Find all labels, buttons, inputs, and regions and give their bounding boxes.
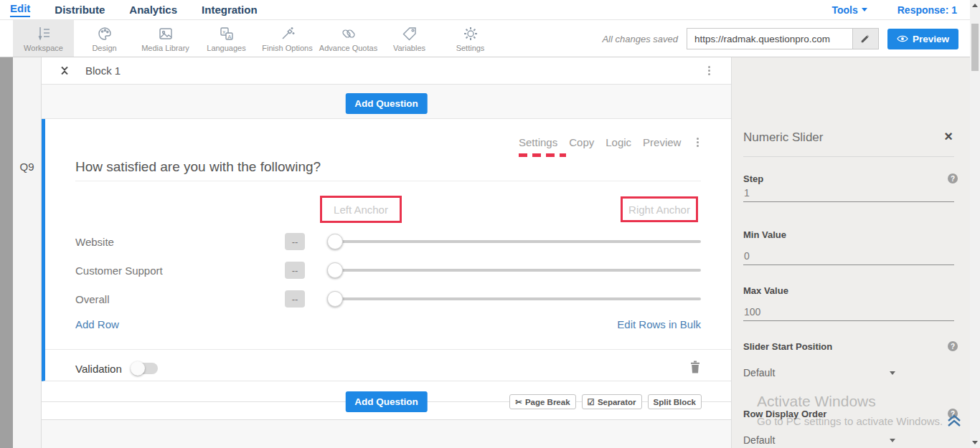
toolbar-item-advance-quotas[interactable]: Advance Quotas	[318, 20, 379, 57]
row-actions: Add Row Edit Rows in Bulk	[75, 318, 701, 330]
delete-question-icon[interactable]	[689, 361, 701, 376]
toolbar-item-languages[interactable]: Ax Languages	[196, 20, 257, 57]
edit-rows-in-bulk-link[interactable]: Edit Rows in Bulk	[617, 318, 701, 330]
max-value-input[interactable]	[743, 306, 954, 321]
left-edge-strip	[0, 57, 13, 448]
row-label[interactable]: Website	[75, 236, 285, 248]
scroll-to-top-icon[interactable]	[946, 413, 963, 432]
question-logic-link[interactable]: Logic	[606, 136, 631, 148]
block-menu-kebab-icon[interactable]	[708, 66, 710, 75]
magic-wand-icon	[279, 25, 296, 42]
preview-button[interactable]: Preview	[887, 29, 958, 49]
toolbar-right: All changes saved Preview	[602, 20, 958, 57]
toolbar-item-variables[interactable]: Variables	[379, 20, 440, 57]
min-value-label: Min Value	[743, 229, 786, 240]
slider-row-overall: Overall --	[75, 285, 701, 313]
min-value-input[interactable]	[743, 250, 954, 265]
help-icon[interactable]: ?	[948, 173, 958, 184]
question-gutter: Q9	[13, 57, 41, 448]
question-title[interactable]: How satisfied are you with the following…	[75, 159, 321, 175]
question-menu-kebab-icon[interactable]	[697, 138, 699, 147]
edit-url-button[interactable]	[853, 28, 879, 49]
block-footer: Add Question ✂Page Break ☑Separator Spli…	[42, 381, 731, 419]
scissors-icon: ✂	[515, 397, 522, 407]
toggle-knob	[131, 361, 145, 376]
toolbar-item-design[interactable]: Design	[74, 20, 135, 57]
numeric-slider[interactable]	[327, 262, 701, 278]
row-label[interactable]: Customer Support	[75, 264, 285, 277]
selected-option: Default	[743, 434, 775, 446]
survey-url-input[interactable]	[687, 28, 853, 49]
toolbar-item-label: Design	[92, 44, 116, 52]
editor-toolbar: Workspace Design Media Library Ax Langua…	[0, 20, 970, 57]
nav-tab-edit[interactable]: Edit	[10, 2, 30, 17]
settings-annotation-underline	[519, 153, 566, 157]
eye-icon	[897, 34, 908, 43]
pencil-icon	[860, 34, 870, 44]
watermark-line1: Activate Windows	[757, 393, 943, 410]
question-copy-link[interactable]: Copy	[569, 136, 594, 148]
response-count[interactable]: Response: 1	[897, 4, 957, 16]
scrollbar-thumb[interactable]	[971, 24, 979, 71]
toolbar-item-workspace[interactable]: Workspace	[13, 20, 74, 57]
left-anchor-field[interactable]: Left Anchor	[334, 204, 388, 216]
slider-row-customer-support: Customer Support --	[75, 256, 701, 285]
step-label: Step	[743, 173, 763, 184]
add-question-button-top[interactable]: Add Question	[345, 93, 428, 114]
split-block-button[interactable]: Split Block	[648, 394, 702, 409]
row-value-box: --	[285, 262, 305, 279]
question-preview-link[interactable]: Preview	[643, 136, 681, 148]
collapse-block-icon[interactable]	[60, 65, 70, 79]
toolbar-item-settings[interactable]: Settings	[440, 20, 501, 57]
right-anchor-field[interactable]: Right Anchor	[628, 204, 690, 216]
question-menu: Settings Copy Logic Preview	[519, 136, 699, 148]
workspace-icon	[35, 25, 52, 42]
row-display-order-select[interactable]: Default	[743, 434, 954, 446]
numeric-slider[interactable]	[327, 291, 701, 307]
question-title-divider	[75, 181, 701, 181]
survey-url-group	[687, 28, 879, 49]
toolbar-item-media-library[interactable]: Media Library	[135, 20, 196, 57]
svg-text:x: x	[222, 28, 225, 34]
slider-row-website: Website --	[75, 227, 701, 256]
row-label[interactable]: Overall	[75, 293, 285, 305]
block-title: Block 1	[85, 65, 121, 77]
survey-canvas: Block 1 Add Question Settings Copy Logic…	[41, 57, 732, 448]
row-value-box: --	[285, 290, 305, 308]
settings-sidebar: Numeric Slider × Step ? Min Value Max Va…	[732, 57, 970, 448]
tools-menu[interactable]: Tools	[831, 4, 867, 16]
gear-icon	[462, 25, 479, 42]
separator-button[interactable]: ☑Separator	[582, 394, 642, 409]
slider-handle[interactable]	[327, 262, 343, 278]
survey-editor-screen: Edit Distribute Analytics Integration To…	[0, 0, 980, 448]
footer-mini-actions: ✂Page Break ☑Separator Split Block	[509, 394, 702, 409]
add-row-link[interactable]: Add Row	[75, 318, 119, 330]
page-break-button[interactable]: ✂Page Break	[509, 394, 575, 409]
add-question-button-bottom[interactable]: Add Question	[345, 391, 428, 412]
slider-start-position-select[interactable]: Default	[743, 367, 954, 378]
close-icon[interactable]: ×	[944, 129, 953, 143]
question-settings-link[interactable]: Settings	[519, 136, 557, 148]
slider-handle[interactable]	[327, 291, 343, 307]
nav-tab-integration[interactable]: Integration	[202, 4, 258, 16]
numeric-slider[interactable]	[327, 234, 701, 249]
editor-body: Q9 Block 1 Add Question Settings Copy	[0, 57, 970, 448]
add-question-strip: Add Question	[42, 85, 731, 119]
validation-toggle[interactable]	[132, 363, 158, 374]
split-block-label: Split Block	[654, 398, 696, 406]
page-break-label: Page Break	[525, 398, 570, 406]
right-anchor-annotation-box: Right Anchor	[621, 196, 698, 222]
step-input[interactable]	[743, 187, 954, 202]
scrollbar-down-arrow-icon[interactable]	[972, 441, 978, 444]
question-card[interactable]: Settings Copy Logic Preview How satisfie…	[42, 119, 731, 381]
help-icon[interactable]: ?	[948, 341, 958, 351]
vertical-scrollbar[interactable]	[970, 0, 980, 448]
slider-handle[interactable]	[327, 234, 343, 249]
palette-icon	[96, 25, 113, 42]
nav-tab-analytics[interactable]: Analytics	[129, 4, 177, 16]
nav-tab-distribute[interactable]: Distribute	[55, 4, 105, 16]
toolbar-item-finish-options[interactable]: Finish Options	[257, 20, 318, 57]
next-block-area	[42, 419, 731, 448]
scrollbar-up-arrow-icon[interactable]	[972, 4, 978, 7]
slider-track	[334, 269, 701, 272]
